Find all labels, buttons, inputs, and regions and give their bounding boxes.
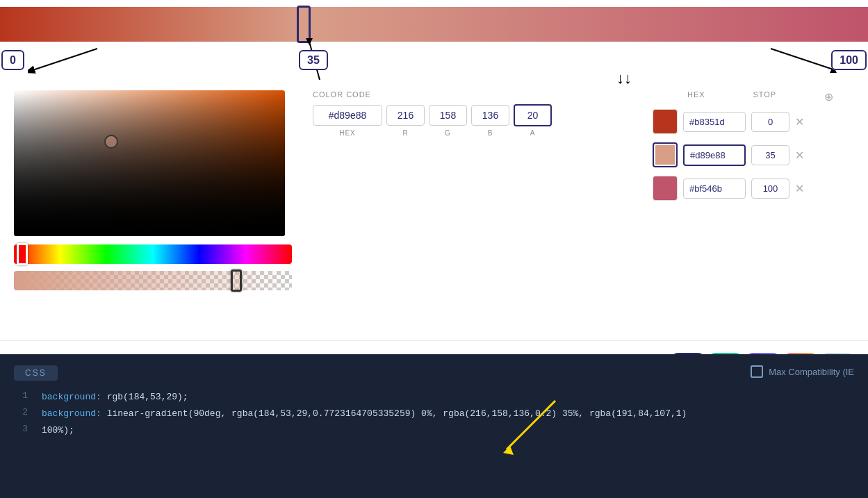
- color-code-panel: ↓↓ COLOR CODE HEX R G B A: [306, 90, 639, 333]
- css-line-3: 3 100%);: [14, 424, 854, 436]
- right-value-badge: 100: [831, 54, 867, 67]
- alpha-slider[interactable]: [14, 271, 292, 290]
- css-line-1: 1 background: rgb(184,53,29);: [14, 390, 854, 403]
- center-value-badge: 35: [299, 54, 328, 67]
- stop-number-1[interactable]: [751, 112, 789, 132]
- stop-hex-2[interactable]: [683, 144, 746, 166]
- line-num-2: 2: [14, 407, 28, 417]
- left-arrow-annotation: [28, 42, 111, 83]
- stop-delete-2[interactable]: ✕: [795, 149, 804, 162]
- hex-label: HEX: [313, 129, 382, 137]
- css-value-2: linear-gradient(90deg, rgba(184,53,29,0.…: [107, 408, 687, 419]
- a-label: A: [514, 129, 552, 137]
- g-input[interactable]: [429, 105, 467, 126]
- css-tab[interactable]: CSS: [14, 365, 58, 381]
- stops-header-row: HEX STOP ⊕: [653, 90, 854, 103]
- svg-line-11: [507, 401, 555, 449]
- content-area: ↓↓ COLOR CODE HEX R G B A HEX STOP: [0, 83, 868, 340]
- line-num-1: 1: [14, 390, 28, 401]
- svg-line-4: [771, 49, 833, 69]
- stop-row-1: ✕: [653, 109, 854, 134]
- stop-delete-1[interactable]: ✕: [795, 115, 804, 128]
- gradient-thumb-35[interactable]: [297, 6, 311, 43]
- stop-row-3: ✕: [653, 176, 854, 201]
- annotations-row: 0 35 100: [0, 49, 868, 83]
- hex-input[interactable]: [313, 105, 382, 126]
- css-value-1: rgb(184,53,29);: [107, 392, 188, 402]
- yellow-arrow: [451, 394, 590, 463]
- hue-slider-container: [14, 244, 292, 264]
- hex-column-label: HEX: [687, 90, 705, 103]
- down-arrows: ↓↓: [616, 69, 632, 88]
- gradient-bar[interactable]: [0, 7, 868, 42]
- stop-column-label: STOP: [753, 90, 776, 103]
- stop-hex-1[interactable]: [683, 112, 746, 132]
- stop-hex-3[interactable]: [683, 179, 746, 199]
- color-code-label: COLOR CODE: [313, 90, 632, 99]
- stop-row-2: ✕: [653, 142, 854, 167]
- color-picker-panel: [14, 90, 292, 333]
- stop-delete-3[interactable]: ✕: [795, 182, 804, 195]
- a-input[interactable]: [514, 104, 552, 126]
- compatibility-label: Max Compatibility (IE: [769, 367, 854, 377]
- css-value-3: 100%);: [42, 425, 74, 435]
- line-num-3: 3: [14, 424, 28, 434]
- css-compatibility: Max Compatibility (IE: [751, 365, 854, 378]
- g-label: G: [429, 129, 467, 137]
- stops-panel: HEX STOP ⊕ ✕ ✕: [653, 90, 854, 333]
- gradient-bar-container: [0, 0, 868, 49]
- css-lines: 1 background: rgb(184,53,29); 2 backgrou…: [14, 390, 854, 436]
- hue-thumb[interactable]: [17, 243, 28, 265]
- color-inputs-row: [313, 104, 632, 126]
- left-value-badge: 0: [1, 54, 24, 67]
- css-property-1: background:: [42, 392, 107, 402]
- b-input[interactable]: [471, 105, 509, 126]
- hue-slider[interactable]: [14, 244, 292, 264]
- add-stop-icon[interactable]: ⊕: [824, 90, 833, 103]
- stop-number-2[interactable]: [751, 145, 789, 165]
- stop-swatch-2[interactable]: [653, 142, 678, 167]
- compatibility-checkbox[interactable]: [751, 365, 763, 378]
- svg-marker-3: [306, 38, 313, 45]
- css-panel: CSS Max Compatibility (IE 1 background: …: [0, 354, 868, 498]
- r-input[interactable]: [386, 105, 425, 126]
- css-line-2: 2 background: linear-gradient(90deg, rgb…: [14, 407, 854, 420]
- color-canvas[interactable]: [14, 90, 285, 236]
- stop-swatch-3[interactable]: [653, 176, 678, 201]
- stop-swatch-1[interactable]: [653, 109, 678, 134]
- alpha-thumb[interactable]: [231, 269, 242, 292]
- svg-line-0: [35, 49, 97, 69]
- r-label: R: [386, 129, 425, 137]
- css-property-2: background:: [42, 408, 107, 419]
- b-label: B: [471, 129, 509, 137]
- color-picker-thumb[interactable]: [104, 135, 118, 149]
- input-labels-row: HEX R G B A: [313, 129, 632, 137]
- alpha-slider-container: [14, 271, 292, 290]
- stop-number-3[interactable]: [751, 179, 789, 199]
- right-arrow-annotation: [757, 42, 840, 83]
